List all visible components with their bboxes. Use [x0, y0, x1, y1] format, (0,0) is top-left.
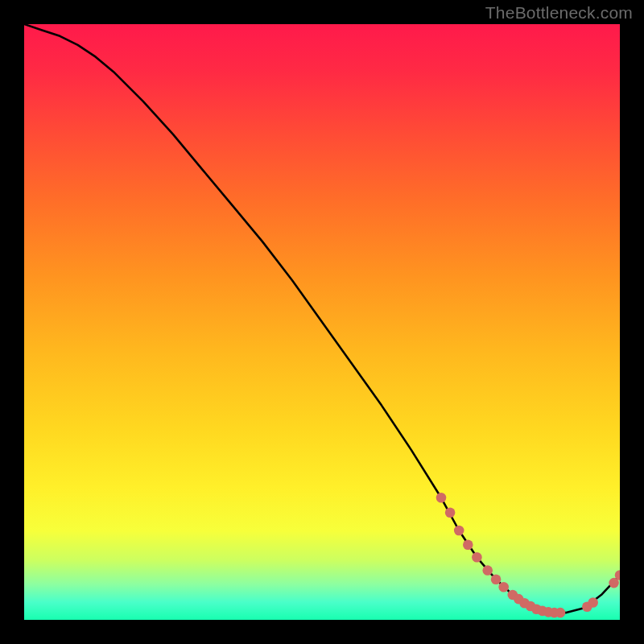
data-marker	[472, 552, 482, 563]
data-marker	[436, 493, 447, 503]
data-markers	[436, 493, 620, 617]
data-marker	[454, 526, 464, 536]
data-marker	[498, 582, 509, 592]
data-marker	[555, 608, 566, 618]
data-marker	[463, 539, 473, 550]
chart-area	[24, 24, 620, 620]
watermark-text: TheBottleneck.com	[485, 3, 633, 23]
curve-line	[24, 24, 620, 613]
data-marker	[482, 565, 493, 576]
data-marker	[445, 508, 456, 518]
data-marker	[491, 574, 502, 584]
chart-svg	[24, 24, 620, 620]
data-marker	[588, 597, 598, 608]
